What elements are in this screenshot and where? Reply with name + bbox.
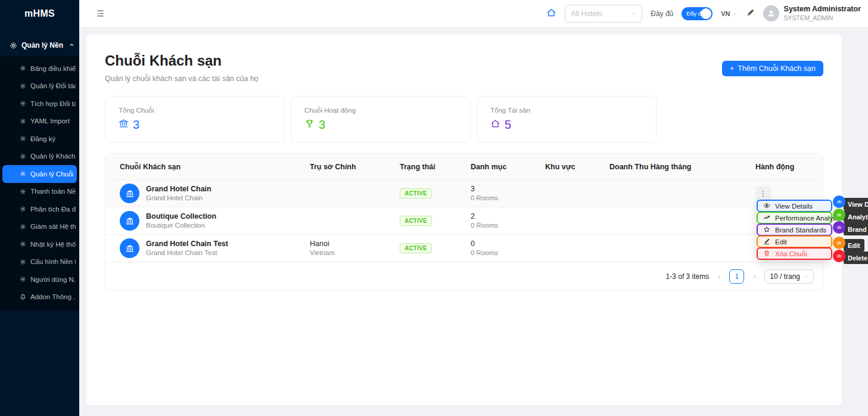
- menu-item-edit[interactable]: Edit: [757, 235, 832, 248]
- column-header: Hành động: [755, 163, 823, 171]
- menu-item-performance-analytics[interactable]: Performance Analytics: [757, 212, 832, 224]
- sidebar: mHMS Quản lý Nền tảng Bảng điều khiể... …: [0, 0, 79, 416]
- status-badge: ACTIVE: [400, 216, 432, 226]
- stat-card-total-chains: Tổng Chuỗi 3: [105, 96, 285, 142]
- category-count: 3: [471, 184, 545, 194]
- table-header-row: Chuỗi Khách sạn Trụ sở Chính Trạng thái …: [105, 154, 823, 180]
- annotation-badge-brand-standards: db: [833, 221, 845, 234]
- sidebar-item-platform-config[interactable]: Cấu hình Nền t...: [0, 253, 79, 271]
- chain-name: Grand Hotel Chain: [146, 184, 211, 194]
- annotation-badge-delete: db: [833, 250, 845, 262]
- sidebar-collapse-icon[interactable]: [96, 9, 105, 18]
- column-header: Trạng thái: [400, 163, 471, 171]
- menu-item-label: Brand Standards: [775, 226, 826, 234]
- gear-icon: [20, 188, 26, 195]
- sidebar-item-partner-integration[interactable]: Tích hợp Đối tác: [0, 95, 79, 113]
- gear-icon: [20, 118, 26, 125]
- column-header: Doanh Thu Hàng tháng: [609, 163, 755, 171]
- chain-subtitle: Grand Hotel Chain: [146, 194, 211, 203]
- sidebar-item-platform-users[interactable]: Người dùng N...: [0, 271, 79, 288]
- stat-value: 3: [133, 118, 139, 132]
- sidebar-item-yaml-import[interactable]: YAML Import: [0, 113, 79, 131]
- user-name: System Administrator: [784, 5, 861, 14]
- trash-icon: [763, 250, 770, 258]
- menu-item-view-details[interactable]: View Details: [757, 200, 832, 212]
- add-chain-button-label: Thêm Chuỗi Khách sạn: [738, 64, 816, 73]
- status-badge: ACTIVE: [400, 188, 432, 198]
- main-content: Chuỗi Khách sạn Quản lý chuỗi khách sạn …: [86, 35, 842, 405]
- mode-toggle[interactable]: Đầy đủ: [682, 7, 713, 20]
- gear-icon: [20, 276, 26, 282]
- column-header: Trụ sở Chính: [310, 163, 400, 171]
- sidebar-item-addon-notifications[interactable]: Addon Thông ...: [0, 288, 79, 306]
- row-actions-button[interactable]: ⋮: [755, 187, 771, 201]
- annotation-tooltip-delete: Delete: [844, 252, 868, 264]
- page-title: Chuỗi Khách sạn: [105, 52, 259, 69]
- stat-card-active-chains: Chuỗi Hoạt động 3: [291, 96, 471, 142]
- gear-icon: [20, 241, 26, 247]
- column-header: Khu vực: [545, 163, 609, 171]
- stat-value: 3: [319, 118, 325, 132]
- annotation-badge-edit: db: [833, 237, 845, 249]
- category-count: 0: [471, 239, 545, 249]
- pagination-prev-button[interactable]: ‹: [714, 272, 724, 281]
- sidebar-item-chain-management[interactable]: Quản lý Chuỗi ...: [2, 165, 77, 183]
- chevron-down-icon: [804, 272, 808, 281]
- gear-icon: [10, 42, 17, 49]
- sidebar-item-dashboard[interactable]: Bảng điều khiể...: [0, 60, 79, 77]
- sidebar-item-label: Đăng ký: [30, 135, 55, 142]
- column-header: Chuỗi Khách sạn: [105, 163, 310, 171]
- gear-icon: [20, 65, 26, 72]
- sidebar-item-guest-management[interactable]: Quản lý Khách ...: [0, 148, 79, 166]
- chevron-down-icon: [733, 10, 738, 17]
- trophy-icon: [304, 118, 315, 132]
- gear-icon: [20, 170, 26, 177]
- category-count: 2: [471, 212, 545, 221]
- language-select[interactable]: VN: [721, 10, 737, 17]
- add-chain-button[interactable]: + Thêm Chuỗi Khách sạn: [722, 61, 823, 76]
- annotation-tooltip-view-details: View Deta: [844, 198, 868, 210]
- menu-item-delete-chain[interactable]: Xóa Chuỗi: [757, 247, 832, 260]
- sidebar-item-system-monitoring[interactable]: Giám sát Hệ th...: [0, 218, 79, 236]
- pagination-next-button[interactable]: ›: [749, 272, 760, 281]
- chain-subtitle: Boutique Collection: [146, 221, 216, 230]
- sidebar-item-label: Addon Thông ...: [30, 293, 76, 300]
- sidebar-item-partner-management[interactable]: Quản lý Đối tác: [0, 77, 79, 95]
- sidebar-item-label: Tích hợp Đối tác: [30, 100, 76, 107]
- gear-icon: [20, 223, 26, 230]
- row-actions-menu: View Details Performance Analytics Brand…: [757, 200, 832, 260]
- annotation-tooltip-analytics: Analytics: [844, 210, 868, 223]
- menu-item-brand-standards[interactable]: Brand Standards: [757, 223, 832, 236]
- sidebar-group-label: Quản lý Nền tảng: [21, 41, 65, 49]
- bank-icon: [120, 184, 139, 203]
- stat-label: Tổng Tài sản: [490, 107, 643, 114]
- gear-icon: [20, 153, 26, 160]
- home-icon: [490, 118, 500, 132]
- stat-card-total-properties: Tổng Tài sản 5: [477, 96, 657, 142]
- pagination-page-1[interactable]: 1: [729, 269, 744, 284]
- annotation-badge-view-details: db: [833, 195, 845, 208]
- sidebar-item-multi-analytics[interactable]: Phân tích Đa đ...: [0, 200, 79, 218]
- app-logo: mHMS: [0, 0, 79, 27]
- sidebar-item-platform-billing[interactable]: Thanh toán Nề...: [0, 183, 79, 201]
- home-icon[interactable]: [546, 8, 556, 20]
- bell-icon: [20, 294, 26, 300]
- trend-icon: [763, 214, 770, 222]
- sidebar-group-platform-management[interactable]: Quản lý Nền tảng: [0, 34, 79, 57]
- sidebar-item-registration[interactable]: Đăng ký: [0, 130, 79, 148]
- plus-icon: +: [730, 64, 734, 73]
- theme-pen-icon[interactable]: [746, 8, 755, 19]
- sidebar-item-label: Người dùng N...: [30, 276, 76, 283]
- hotel-select[interactable]: All Hotels: [565, 5, 642, 23]
- table-row[interactable]: Grand Hotel Chain Test Grand Hotel Chain…: [105, 235, 823, 262]
- page-size-select[interactable]: 10 / trang: [764, 269, 814, 284]
- chains-table: Chuỗi Khách sạn Trụ sở Chính Trạng thái …: [105, 153, 823, 291]
- stat-value: 5: [505, 118, 511, 132]
- language-label: VN: [721, 10, 730, 17]
- table-row[interactable]: Grand Hotel Chain Grand Hotel Chain ACTI…: [105, 180, 823, 207]
- table-row[interactable]: Boutique Collection Boutique Collection …: [105, 207, 823, 235]
- hq-city: Hanoi: [310, 239, 400, 249]
- status-badge: ACTIVE: [400, 243, 432, 253]
- user-menu[interactable]: System Administrator SYSTEM_ADMIN: [763, 5, 861, 22]
- sidebar-item-system-logs[interactable]: Nhật ký Hệ thố...: [0, 235, 79, 253]
